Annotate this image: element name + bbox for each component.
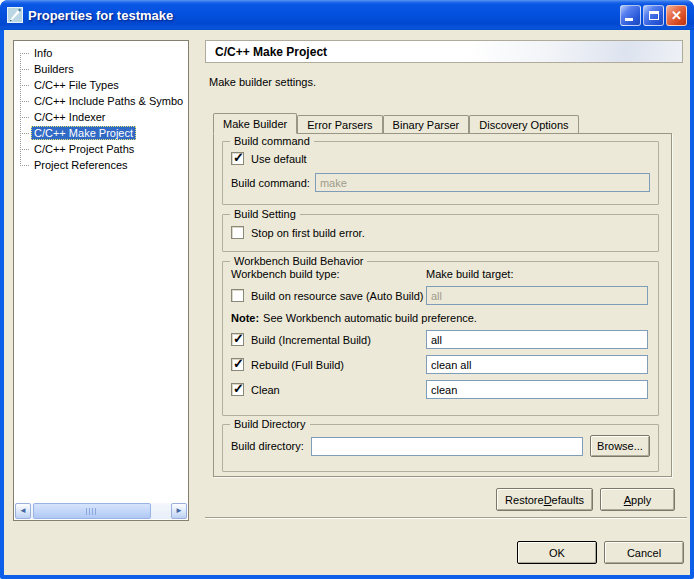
clean-label: Clean — [251, 384, 280, 396]
rebuild-checkbox[interactable] — [231, 358, 244, 371]
sidebar-item-project-paths[interactable]: C/C++ Project Paths — [14, 141, 188, 157]
sidebar-item-project-references[interactable]: Project References — [14, 157, 188, 173]
tab-error-parsers[interactable]: Error Parsers — [297, 115, 382, 133]
clean-target-input[interactable] — [426, 380, 648, 399]
build-directory-label: Build directory: — [231, 440, 311, 452]
sidebar-item-make-project[interactable]: C/C++ Make Project — [14, 125, 188, 141]
clean-checkbox[interactable] — [231, 383, 244, 396]
tab-bar: Make Builder Error Parsers Binary Parser… — [213, 112, 579, 133]
rebuild-label: Rebuild (Full Build) — [251, 359, 344, 371]
close-icon: ✕ — [667, 7, 686, 24]
properties-dialog: Properties for testmake ✕ Info Builders … — [0, 0, 694, 579]
build-directory-input[interactable] — [311, 437, 583, 456]
maximize-button[interactable] — [643, 5, 664, 26]
tab-discovery-options[interactable]: Discovery Options — [469, 115, 578, 133]
scrollbar-grip-icon — [86, 508, 98, 515]
build-command-label: Build command: — [231, 177, 310, 189]
build-command-group: Build command Use default Build command: — [222, 141, 659, 205]
ok-button[interactable]: OK — [517, 541, 597, 564]
workbench-legend: Workbench Build Behavior — [230, 255, 367, 267]
scroll-right-arrow-icon[interactable]: ► — [171, 503, 187, 519]
build-directory-legend: Build Directory — [230, 418, 310, 430]
tree-horizontal-scrollbar[interactable]: ◄ ► — [15, 503, 187, 519]
incremental-build-checkbox[interactable] — [231, 333, 244, 346]
minimize-icon — [625, 18, 633, 21]
build-directory-group: Build Directory Build directory: Browse.… — [222, 424, 659, 472]
browse-button[interactable]: Browse... — [590, 435, 650, 457]
auto-build-checkbox[interactable] — [231, 289, 244, 302]
workbench-build-type-label: Workbench build type: — [231, 268, 426, 280]
sidebar-item-builders[interactable]: Builders — [14, 61, 188, 77]
auto-build-label: Build on resource save (Auto Build) — [251, 290, 423, 302]
sidebar-item-include-paths[interactable]: C/C++ Include Paths & Symbo — [14, 93, 188, 109]
scrollbar-thumb[interactable] — [33, 503, 151, 519]
titlebar[interactable]: Properties for testmake ✕ — [0, 0, 694, 30]
scroll-left-arrow-icon[interactable]: ◄ — [15, 503, 31, 519]
make-builder-panel: Build command Use default Build command:… — [213, 133, 672, 477]
dialog-body: Info Builders C/C++ File Types C/C++ Inc… — [4, 30, 690, 575]
properties-icon — [7, 7, 23, 23]
incremental-build-label: Build (Incremental Build) — [251, 334, 371, 346]
build-command-input[interactable] — [315, 173, 650, 192]
properties-tree: Info Builders C/C++ File Types C/C++ Inc… — [13, 40, 189, 521]
rebuild-target-input[interactable] — [426, 355, 648, 374]
close-button[interactable]: ✕ — [666, 5, 687, 26]
page-title: C/C++ Make Project — [215, 45, 327, 59]
sidebar-item-indexer[interactable]: C/C++ Indexer — [14, 109, 188, 125]
auto-build-target-input[interactable] — [426, 286, 648, 305]
workbench-note: Note:See Workbench automatic build prefe… — [231, 312, 650, 324]
apply-button[interactable]: Apply — [600, 488, 675, 511]
build-setting-legend: Build Setting — [230, 208, 300, 220]
page-description: Make builder settings. — [209, 76, 316, 88]
button-separator — [205, 517, 687, 519]
workbench-build-behavior-group: Workbench Build Behavior Workbench build… — [222, 261, 659, 416]
stop-on-error-checkbox[interactable] — [231, 226, 244, 239]
build-setting-group: Build Setting Stop on first build error. — [222, 214, 659, 252]
stop-on-error-label: Stop on first build error. — [251, 227, 365, 239]
minimize-button[interactable] — [620, 5, 641, 26]
restore-defaults-button[interactable]: Restore Defaults — [496, 488, 593, 511]
sidebar-item-info[interactable]: Info — [14, 45, 188, 61]
maximize-icon — [649, 11, 659, 20]
incremental-build-target-input[interactable] — [426, 330, 648, 349]
tab-make-builder[interactable]: Make Builder — [213, 113, 297, 134]
build-command-legend: Build command — [230, 135, 314, 147]
use-default-label: Use default — [251, 153, 307, 165]
cancel-button[interactable]: Cancel — [604, 541, 684, 564]
scrollbar-track[interactable] — [31, 503, 171, 519]
tab-binary-parser[interactable]: Binary Parser — [383, 115, 470, 133]
make-build-target-label: Make build target: — [426, 268, 513, 280]
window-title: Properties for testmake — [28, 8, 173, 23]
page-header: C/C++ Make Project — [205, 40, 683, 63]
use-default-checkbox[interactable] — [231, 152, 244, 165]
sidebar-item-file-types[interactable]: C/C++ File Types — [14, 77, 188, 93]
